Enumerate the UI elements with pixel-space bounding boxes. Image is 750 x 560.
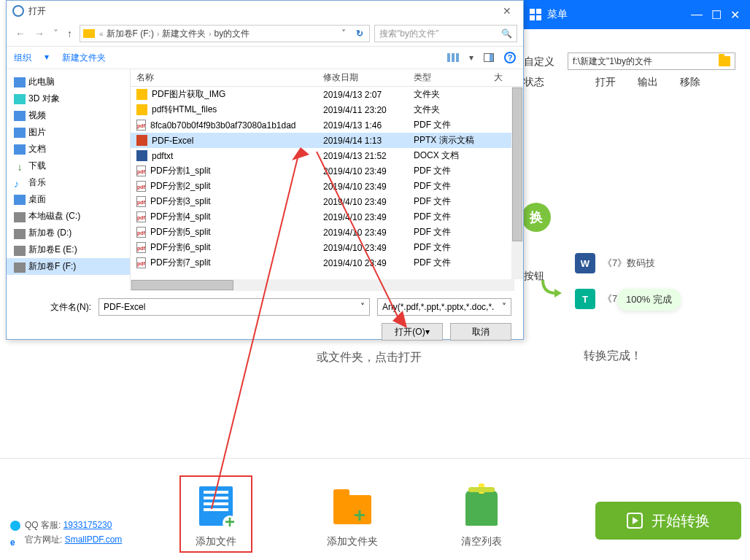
site-link[interactable]: SmallPDF.com: [65, 534, 123, 545]
file-row[interactable]: PDF分割3_split2019/4/10 23:49PDF 文件: [131, 194, 523, 209]
sidebar-item[interactable]: ↓下载: [7, 158, 130, 174]
help-button[interactable]: ?: [504, 52, 516, 63]
address-bar[interactable]: « 新加卷F (F:)› 新建文件夹› by的文件 ˅ ↻: [80, 25, 370, 42]
start-label: 开始转换: [652, 511, 710, 531]
sidebar-item[interactable]: ♪音乐: [7, 174, 130, 191]
header-date[interactable]: 修改日期: [317, 71, 408, 84]
qq-link[interactable]: 1933175230: [63, 520, 112, 530]
sidebar-icon: [14, 111, 26, 121]
open-button[interactable]: 打开(O) ▾: [382, 323, 443, 341]
clear-list-button[interactable]: 清空列表: [445, 484, 518, 548]
sidebar-icon: [14, 195, 26, 205]
refresh-button[interactable]: ↻: [353, 28, 366, 39]
add-folder-label: 添加文件夹: [316, 535, 389, 548]
file-row[interactable]: PDF分割4_split2019/4/10 23:49PDF 文件: [131, 209, 523, 225]
minimize-button[interactable]: —: [691, 8, 703, 22]
file-type-icon: [136, 257, 146, 268]
sidebar-item[interactable]: 桌面: [7, 191, 130, 208]
file-row[interactable]: PDF分割1_split2019/4/10 23:49PDF 文件: [131, 163, 523, 179]
file-row[interactable]: PDF-Excel2019/4/14 1:13PPTX 演示文稿: [131, 133, 523, 148]
file-row[interactable]: PDF分割7_split2019/4/10 23:49PDF 文件: [131, 255, 523, 271]
file-row[interactable]: pdftxt2019/4/13 21:52DOCX 文档: [131, 148, 523, 163]
file-row[interactable]: PDF分割5_split2019/4/10 23:49PDF 文件: [131, 225, 523, 240]
word-icon: W: [575, 253, 595, 273]
sidebar-icon: [14, 94, 26, 104]
sidebar-item[interactable]: 3D 对象: [7, 90, 130, 107]
file-row[interactable]: PDF分割6_split2019/4/10 23:49PDF 文件: [131, 240, 523, 255]
sidebar-icon: [14, 262, 26, 273]
sidebar-item[interactable]: 新加卷E (E:): [7, 241, 130, 258]
sidebar-icon: [14, 77, 26, 88]
output-file-word[interactable]: W 《7》数码技: [575, 253, 743, 273]
file-list: 名称 修改日期 类型 大 PDF图片获取_IMG2019/4/13 2:07文件…: [131, 69, 523, 291]
cancel-button[interactable]: 取消: [450, 323, 511, 341]
view-mode-button[interactable]: [447, 53, 459, 62]
file-row[interactable]: pdf转HTML_files2019/4/11 23:20文件夹: [131, 102, 523, 117]
nav-up-button[interactable]: ↑: [64, 26, 75, 41]
preview-pane-button[interactable]: [484, 53, 494, 62]
conversion-done-label: 转换完成！: [584, 349, 642, 364]
filename-input[interactable]: PDF-Excel˅: [98, 298, 370, 316]
sidebar-item[interactable]: 文档: [7, 141, 130, 158]
organize-menu[interactable]: 组织: [14, 52, 31, 64]
menu-label: 菜单: [547, 8, 568, 21]
sidebar-item[interactable]: 视频: [7, 107, 130, 124]
header-output: 输出: [638, 76, 658, 89]
address-dropdown[interactable]: ˅: [337, 28, 350, 39]
breadcrumb-p1[interactable]: 新建文件夹: [162, 28, 206, 40]
sidebar-item[interactable]: 新加卷 (D:): [7, 225, 130, 241]
sidebar-icon: ↓: [14, 161, 26, 171]
header-name[interactable]: 名称: [131, 71, 317, 84]
breadcrumb-root[interactable]: 新加卷F (F:): [107, 28, 154, 40]
search-input[interactable]: 搜索"by的文件" 🔍: [374, 25, 517, 42]
ie-icon: e: [10, 535, 20, 545]
sidebar-icon: [14, 246, 26, 256]
output-path-field[interactable]: f:\新建文"1\by的文件: [568, 52, 735, 70]
file-row[interactable]: PDF分割2_split2019/4/10 23:49PDF 文件: [131, 179, 523, 194]
search-icon: 🔍: [501, 28, 512, 39]
file-row[interactable]: PDF图片获取_IMG2019/4/13 2:07文件夹: [131, 87, 523, 102]
header-size[interactable]: 大: [488, 71, 516, 84]
file-type-icon: [136, 89, 147, 100]
start-convert-button[interactable]: 开始转换: [595, 502, 741, 540]
breadcrumb-p2[interactable]: by的文件: [214, 28, 250, 40]
nav-forward-button[interactable]: →: [31, 26, 47, 41]
maximize-button[interactable]: ☐: [711, 8, 722, 22]
dialog-nav-bar: ← → ˅ ↑ « 新加卷F (F:)› 新建文件夹› by的文件 ˅ ↻ 搜索…: [7, 21, 523, 46]
path-text: f:\新建文"1\by的文件: [573, 55, 652, 68]
folder-plus-icon: +: [333, 495, 371, 524]
filetype-select[interactable]: Any(*.pdf,*.ppt,*.pptx,*.doc,*.˅: [377, 298, 511, 316]
file-list-header[interactable]: 名称 修改日期 类型 大: [131, 69, 523, 87]
header-type[interactable]: 类型: [408, 71, 488, 84]
sidebar-item[interactable]: 图片: [7, 124, 130, 141]
menu-button[interactable]: 菜单: [530, 8, 568, 21]
sidebar-icon: [14, 128, 26, 138]
nav-back-button[interactable]: ←: [12, 26, 28, 41]
nav-recent-button[interactable]: ˅: [50, 26, 61, 41]
add-folder-button[interactable]: + 添加文件夹: [316, 484, 389, 548]
sidebar-icon: ♪: [14, 178, 26, 188]
horizontal-scrollbar[interactable]: [131, 279, 514, 291]
close-app-button[interactable]: ✕: [730, 8, 740, 22]
dialog-title-bar: 打开 ✕: [7, 1, 523, 21]
footer-info: QQ 客服: 1933175230 e官方网址: SmallPDF.com: [10, 518, 122, 547]
sidebar-item[interactable]: 新加卷F (F:): [7, 258, 130, 275]
dialog-close-button[interactable]: ✕: [497, 5, 517, 17]
progress-badge: 100% 完成: [617, 289, 681, 311]
navigation-sidebar: 此电脑3D 对象视频图片文档↓下载♪音乐桌面本地磁盘 (C:)新加卷 (D:)新…: [7, 69, 131, 291]
sidebar-item[interactable]: 本地磁盘 (C:): [7, 208, 130, 225]
add-file-label: 添加文件: [181, 535, 251, 548]
sidebar-item[interactable]: 此电脑: [7, 74, 130, 90]
column-headers: 状态 打开 输出 移除: [524, 76, 700, 89]
vertical-scrollbar[interactable]: [511, 87, 523, 279]
file-type-icon: [136, 211, 146, 222]
file-row[interactable]: 8fca0b70b0f4f9b3b0af73080a1b1dad2019/4/1…: [131, 117, 523, 133]
file-type-icon: [136, 166, 146, 176]
search-placeholder: 搜索"by的文件": [379, 28, 438, 40]
file-name: 《7》数码技: [603, 257, 655, 270]
new-folder-button[interactable]: 新建文件夹: [62, 52, 106, 64]
add-file-button[interactable]: + 添加文件: [179, 475, 252, 553]
file-type-icon: [136, 242, 146, 253]
sidebar-icon: [14, 212, 26, 222]
drop-hint: 或文件夹，点击打开: [317, 350, 422, 365]
